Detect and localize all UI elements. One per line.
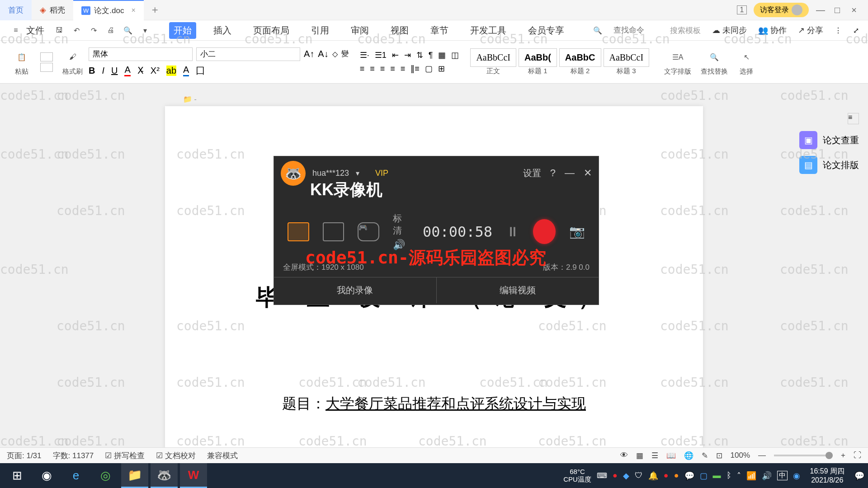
copy-icon[interactable] [40, 63, 53, 72]
tray-bluetooth-icon[interactable]: ᛒ [726, 471, 731, 480]
search-template[interactable]: 搜索模板 [670, 25, 701, 36]
task-ie[interactable]: e [62, 463, 90, 488]
cut-icon[interactable] [40, 52, 53, 61]
font-color-button[interactable]: A [124, 65, 130, 76]
tab-shell[interactable]: ◈稻壳 [32, 0, 73, 20]
fullscreen-mode-button[interactable] [288, 222, 309, 241]
recorder-close-icon[interactable]: ✕ [584, 167, 592, 179]
sort-icon[interactable]: ⇅ [416, 50, 423, 60]
more-icon[interactable]: ⋮ [835, 26, 842, 35]
tray-icon-2[interactable]: ◆ [623, 471, 629, 481]
italic-button[interactable]: I [102, 66, 104, 76]
save-icon[interactable]: 🖫 [52, 23, 66, 37]
user-dropdown-icon[interactable]: ▾ [356, 169, 359, 178]
task-browser[interactable]: ◎ [92, 463, 119, 488]
tray-icon-3[interactable]: 🛡 [635, 471, 643, 480]
menu-chapter[interactable]: 章节 [426, 22, 453, 39]
align-left-icon[interactable]: ≡ [360, 64, 365, 74]
login-button[interactable]: 访客登录 [754, 3, 809, 17]
maximize-button[interactable]: □ [832, 5, 842, 15]
tray-volume-icon[interactable]: 🔊 [762, 471, 772, 481]
tray-icon-5[interactable]: ● [674, 471, 679, 480]
quality-label[interactable]: 标清 [393, 212, 409, 237]
tray-notifications-icon[interactable]: 🔔 [648, 471, 658, 481]
menu-view[interactable]: 视图 [386, 22, 413, 39]
menu-insert[interactable]: 插入 [209, 22, 236, 39]
panel-toggle-icon[interactable]: ≡ [848, 113, 859, 124]
clear-format-icon[interactable]: ◇ [332, 50, 338, 58]
align-right-icon[interactable]: ≡ [380, 64, 385, 74]
char-border-button[interactable]: 囗 [196, 65, 205, 77]
text-layout-icon[interactable]: ☰A [669, 48, 687, 66]
preview-icon[interactable]: 🔍 [121, 23, 135, 37]
task-explorer[interactable]: 📁 [121, 463, 148, 488]
outdent-icon[interactable]: ⇤ [392, 50, 399, 60]
format-painter-icon[interactable]: 🖌 [64, 48, 82, 66]
zoom-in-button[interactable]: + [841, 451, 845, 460]
bullets-icon[interactable]: ☰· [360, 50, 369, 60]
zoom-out-button[interactable]: — [758, 451, 766, 460]
highlight-button[interactable]: ab [166, 66, 176, 76]
tray-keyboard-icon[interactable]: ⌨ [597, 471, 607, 480]
tray-icon-4[interactable]: ● [664, 471, 669, 480]
increase-font-icon[interactable]: A↑ [304, 49, 314, 59]
sidebar-item-check[interactable]: ▣ 论文查重 [799, 131, 859, 149]
find-icon[interactable]: 🔍 [705, 48, 723, 66]
screen-recorder-window[interactable]: 🦝 hua***123 ▾ VIP 设置 ? — ✕ KK录像机 🎮 标清 🔊 … [274, 156, 599, 305]
align-distribute-icon[interactable]: ≡ [401, 64, 406, 74]
fit-icon[interactable]: ⊡ [716, 451, 722, 460]
zoom-level[interactable]: 100% [731, 451, 750, 460]
fullscreen-button[interactable]: ⛶ [854, 451, 861, 460]
tab-home[interactable]: 首页 [0, 0, 32, 20]
style-h1[interactable]: AaBb( [519, 48, 557, 67]
tray-icon-8[interactable]: ◉ [793, 471, 800, 481]
tray-icon-7[interactable]: ▬ [713, 471, 721, 480]
style-body[interactable]: AaBbCcI [470, 48, 516, 67]
pen-icon[interactable]: ✎ [702, 451, 708, 460]
recorder-help-icon[interactable]: ? [550, 167, 556, 179]
fullscreen-icon[interactable]: ⤢ [853, 26, 859, 35]
doc-proofing[interactable]: ☑ 文档校对 [156, 450, 196, 461]
redo-icon[interactable]: ↷ [87, 23, 100, 37]
menu-member[interactable]: 会员专享 [524, 22, 569, 39]
pause-button[interactable]: ⏸ [506, 224, 519, 239]
menu-layout[interactable]: 页面布局 [249, 22, 294, 39]
tray-wechat-icon[interactable]: 💬 [684, 471, 694, 481]
zoom-slider[interactable] [774, 455, 833, 456]
sync-status[interactable]: ☁ 未同步 [712, 25, 747, 36]
superscript-button[interactable]: X² [151, 66, 160, 76]
task-recorder[interactable]: 🦝 [151, 463, 178, 488]
recorder-settings[interactable]: 设置 [523, 167, 541, 179]
menu-ref[interactable]: 引用 [307, 22, 334, 39]
game-mode-button[interactable]: 🎮 [358, 222, 379, 241]
recorder-minimize-icon[interactable]: — [565, 167, 575, 179]
record-button[interactable] [533, 219, 556, 244]
zoom-handle[interactable] [826, 452, 833, 459]
edit-video-tab[interactable]: 编辑视频 [437, 277, 599, 303]
tray-icon-1[interactable]: ● [613, 471, 618, 480]
cpu-temp-widget[interactable]: 68°CCPU温度 [563, 468, 591, 484]
bold-button[interactable]: B [89, 66, 95, 76]
spell-check[interactable]: ☑ 拼写检查 [105, 450, 145, 461]
dropdown-icon[interactable]: ▾ [138, 23, 152, 37]
tray-chevron-icon[interactable]: ˄ [737, 471, 741, 481]
align-center-icon[interactable]: ≡ [370, 64, 375, 74]
indent-icon[interactable]: ⇥ [404, 50, 411, 60]
screenshot-button[interactable]: 📷 [569, 224, 585, 239]
region-mode-button[interactable] [323, 222, 344, 241]
view-web-icon[interactable]: 🌐 [684, 451, 693, 460]
underline-button[interactable]: U [111, 66, 118, 76]
font-family-select[interactable] [89, 47, 193, 61]
show-marks-icon[interactable]: ¶ [429, 51, 433, 60]
tray-icon-6[interactable]: ▢ [700, 471, 708, 481]
text-color-button[interactable]: A [183, 65, 189, 76]
menu-review[interactable]: 审阅 [346, 22, 373, 39]
tray-wifi-icon[interactable]: 📶 [746, 471, 756, 481]
phonetic-icon[interactable]: 變 [341, 49, 349, 59]
paste-icon[interactable]: 📋 [13, 48, 31, 66]
tray-ime[interactable]: 中 [777, 471, 788, 480]
close-icon[interactable]: × [131, 6, 135, 14]
view-print-icon[interactable]: ▦ [636, 451, 643, 460]
task-cortana[interactable]: ◉ [33, 463, 60, 488]
numbering-icon[interactable]: ☰1 [375, 50, 387, 60]
